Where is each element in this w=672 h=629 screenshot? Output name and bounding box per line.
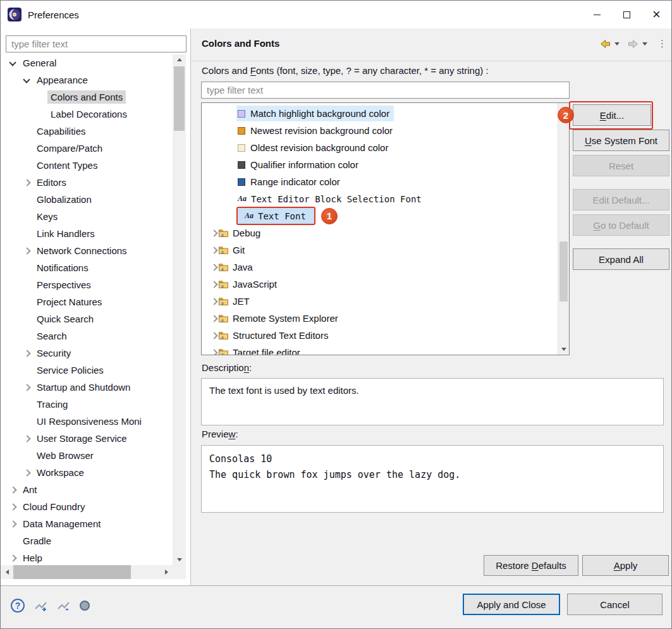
font-list-item-remote-system-explorer[interactable]: aRemote System Explorer xyxy=(202,310,558,327)
tree-item-web-browser[interactable]: Web Browser xyxy=(1,447,173,464)
chevron-right-icon[interactable] xyxy=(207,293,218,310)
chevron-right-icon[interactable] xyxy=(20,464,34,481)
tree-item-content-types[interactable]: Content Types xyxy=(1,157,173,174)
tree-item-general[interactable]: General xyxy=(1,54,173,71)
chevron-right-icon[interactable] xyxy=(207,259,218,276)
fonts-filter-input[interactable] xyxy=(201,82,570,99)
chevron-right-icon[interactable] xyxy=(20,430,34,447)
tree-item-workspace[interactable]: Workspace xyxy=(1,464,173,481)
chevron-right-icon[interactable] xyxy=(20,345,34,362)
tree-item-notifications[interactable]: Notifications xyxy=(1,259,173,276)
tree-item-ui-responsiveness-moni[interactable]: UI Responsiveness Moni xyxy=(1,413,173,430)
item-content: Newest revision background color xyxy=(236,123,397,138)
scroll-up-icon[interactable] xyxy=(173,54,186,65)
chevron-down-icon[interactable] xyxy=(20,71,34,89)
tree-item-quick-search[interactable]: Quick Search xyxy=(1,310,173,327)
tree-item-security[interactable]: Security xyxy=(1,345,173,362)
tree-hscrollbar-thumb[interactable] xyxy=(13,565,131,579)
chevron-right-icon[interactable] xyxy=(20,242,34,259)
list-vertical-scrollbar[interactable] xyxy=(558,103,569,355)
chevron-right-icon[interactable] xyxy=(6,549,20,565)
list-scrollbar-thumb[interactable] xyxy=(559,241,568,302)
tree-item-keys[interactable]: Keys xyxy=(1,208,173,225)
minimize-button[interactable] xyxy=(582,1,612,28)
font-list-item-qualifier-information-color[interactable]: Qualifier information color xyxy=(202,156,558,173)
chevron-right-icon[interactable] xyxy=(207,241,218,259)
tree-item-capabilities[interactable]: Capabilities xyxy=(1,123,173,140)
chevron-right-icon[interactable] xyxy=(207,224,218,241)
tree-item-data-management[interactable]: Data Management xyxy=(1,515,173,532)
tree-item-project-natures[interactable]: Project Natures xyxy=(1,293,173,310)
back-history-caret-icon[interactable] xyxy=(614,42,620,46)
cancel-button[interactable]: Cancel xyxy=(567,594,663,615)
tree-filter-input[interactable] xyxy=(6,35,186,52)
tree-item-link-handlers[interactable]: Link Handlers xyxy=(1,225,173,242)
tree-item-cloud-foundry[interactable]: Cloud Foundry xyxy=(1,498,173,515)
tree-item-colors-and-fonts[interactable]: Colors and Fonts xyxy=(1,89,173,106)
tree-item-label: Perspectives xyxy=(34,278,94,291)
scroll-right-icon[interactable] xyxy=(160,565,173,579)
font-list-item-debug[interactable]: aDebug xyxy=(202,224,558,241)
tree-item-compare-patch[interactable]: Compare/Patch xyxy=(1,140,173,157)
font-list-item-oldest-revision-background-color[interactable]: Oldest revision background color xyxy=(202,139,558,156)
font-list-item-text-font[interactable]: AaText Font1 xyxy=(202,207,558,224)
chevron-down-icon[interactable] xyxy=(6,54,20,71)
tree-item-label-decorations[interactable]: Label Decorations xyxy=(1,106,173,123)
button-edit[interactable]: Edit... xyxy=(573,104,651,126)
apply-button[interactable]: Apply xyxy=(582,555,669,576)
close-button[interactable]: × xyxy=(642,1,671,28)
chevron-right-icon[interactable] xyxy=(6,481,20,498)
chevron-right-icon[interactable] xyxy=(207,276,218,293)
tree-item-perspectives[interactable]: Perspectives xyxy=(1,276,173,293)
tree-item-globalization[interactable]: Globalization xyxy=(1,191,173,208)
tree-item-search[interactable]: Search xyxy=(1,327,173,345)
tree-item-appearance[interactable]: Appearance xyxy=(1,71,173,89)
font-list-item-structured-text-editors[interactable]: aStructured Text Editors xyxy=(202,327,558,344)
preference-recorder-icon[interactable] xyxy=(80,601,90,611)
tree-item-help[interactable]: Help xyxy=(1,549,173,565)
font-list-item-javascript[interactable]: aJavaScript xyxy=(202,276,558,293)
help-icon[interactable]: ? xyxy=(11,599,25,613)
tree-horizontal-scrollbar[interactable] xyxy=(1,565,173,579)
import-preferences-icon[interactable] xyxy=(34,601,47,611)
chevron-right-icon[interactable] xyxy=(6,515,20,532)
chevron-right-icon[interactable] xyxy=(207,310,218,327)
tree-item-gradle[interactable]: Gradle xyxy=(1,532,173,549)
scroll-down-icon[interactable] xyxy=(558,344,569,355)
font-list-item-newest-revision-background-color[interactable]: Newest revision background color xyxy=(202,122,558,139)
tree-vertical-scrollbar[interactable] xyxy=(173,54,186,565)
scroll-left-icon[interactable] xyxy=(1,565,13,579)
back-arrow-icon[interactable] xyxy=(598,36,612,51)
button-use-system-font[interactable]: Use System Font xyxy=(573,130,669,151)
button-expand-all[interactable]: Expand All xyxy=(573,248,669,270)
tree-scrollbar-thumb[interactable] xyxy=(174,66,185,131)
tree-item-user-storage-service[interactable]: User Storage Service xyxy=(1,430,173,447)
tree-item-network-connections[interactable]: Network Connections xyxy=(1,242,173,259)
chevron-spacer xyxy=(34,106,47,123)
tree-item-startup-and-shutdown[interactable]: Startup and Shutdown xyxy=(1,379,173,396)
maximize-button[interactable] xyxy=(612,1,642,28)
tree-item-service-policies[interactable]: Service Policies xyxy=(1,362,173,379)
tree-item-editors[interactable]: Editors xyxy=(1,174,173,191)
chevron-right-icon[interactable] xyxy=(6,498,20,515)
tree-item-ant[interactable]: Ant xyxy=(1,481,173,498)
item-label: Match highlight background color xyxy=(250,108,389,119)
scroll-down-icon[interactable] xyxy=(173,554,186,565)
restore-defaults-button[interactable]: Restore Defaults xyxy=(484,555,578,576)
font-list-item-git[interactable]: aGit xyxy=(202,241,558,259)
view-menu-icon[interactable]: ⋮ xyxy=(657,38,666,49)
export-preferences-icon[interactable] xyxy=(57,601,70,611)
chevron-right-icon[interactable] xyxy=(207,344,218,355)
chevron-right-icon[interactable] xyxy=(20,379,34,396)
chevron-right-icon[interactable] xyxy=(207,327,218,344)
font-list-item-java[interactable]: aJava xyxy=(202,259,558,276)
apply-and-close-button[interactable]: Apply and Close xyxy=(463,594,560,615)
font-list-item-jet[interactable]: aJET xyxy=(202,293,558,310)
chevron-right-icon[interactable] xyxy=(20,174,34,191)
font-list-item-text-editor-block-selection-font[interactable]: AaText Editor Block Selection Font xyxy=(202,190,558,207)
font-list-item-target-file-editor[interactable]: aTarget file editor xyxy=(202,344,558,355)
font-list-item-range-indicator-color[interactable]: Range indicator color xyxy=(202,173,558,190)
chevron-spacer xyxy=(20,123,34,140)
font-list-item-match-highlight-background-color[interactable]: Match highlight background color xyxy=(202,105,558,122)
tree-item-tracing[interactable]: Tracing xyxy=(1,396,173,413)
